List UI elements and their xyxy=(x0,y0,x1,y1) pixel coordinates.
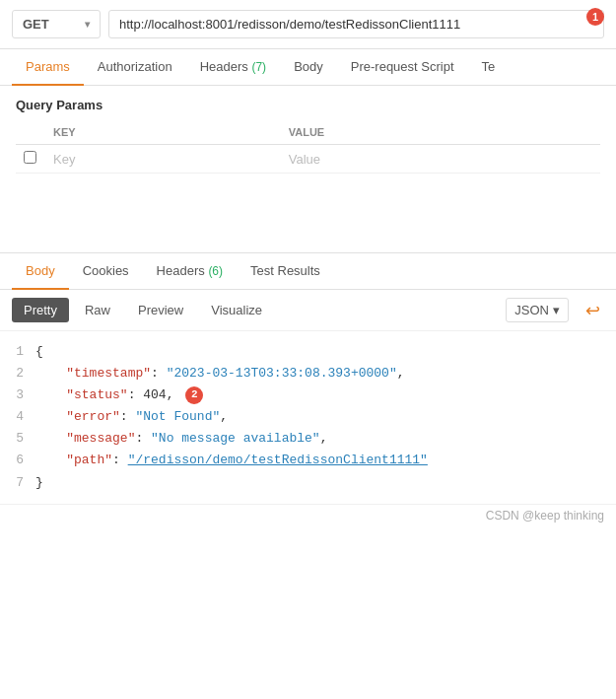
val-path: "/redisson/demo/testRedissonClient1111" xyxy=(128,453,428,467)
fmt-visualize[interactable]: Visualize xyxy=(199,298,274,322)
wrap-icon[interactable]: ↩ xyxy=(581,299,604,322)
tab-prerequest[interactable]: Pre-request Script xyxy=(337,49,468,86)
val-status: 404 xyxy=(143,387,166,402)
res-tab-cookies[interactable]: Cookies xyxy=(69,253,143,290)
tab-te[interactable]: Te xyxy=(468,49,510,86)
key-status: "status" xyxy=(66,387,127,402)
fmt-raw[interactable]: Raw xyxy=(73,298,122,322)
query-params-section: Query Params KEY VALUE Key Value xyxy=(0,86,616,174)
line-content-1: { xyxy=(35,341,616,363)
value-cell[interactable]: Value xyxy=(281,145,600,174)
line-num-7: 7 xyxy=(0,472,35,494)
line-content-2: "timestamp": "2023-03-13T03:33:08.393+00… xyxy=(35,363,616,384)
json-response-block: 1 { 2 "timestamp": "2023-03-13T03:33:08.… xyxy=(0,331,616,504)
json-line-3: 3 "status": 404, 2 xyxy=(0,384,616,406)
format-type-select[interactable]: JSON ▾ xyxy=(506,298,569,322)
key-cell[interactable]: Key xyxy=(45,145,281,174)
line-content-7: } xyxy=(35,472,616,494)
key-error: "error" xyxy=(66,409,120,424)
val-message: "No message available" xyxy=(151,431,320,446)
val-error: "Not Found" xyxy=(135,409,220,424)
badge-2: 2 xyxy=(185,386,203,404)
line-num-2: 2 xyxy=(0,363,35,384)
json-line-2: 2 "timestamp": "2023-03-13T03:33:08.393+… xyxy=(0,363,616,384)
tab-authorization[interactable]: Authorization xyxy=(84,49,186,86)
line-content-5: "message": "No message available", xyxy=(35,428,616,450)
json-line-1: 1 { xyxy=(0,341,616,363)
query-params-title: Query Params xyxy=(16,98,600,112)
key-path: "path" xyxy=(66,453,112,467)
badge-1: 1 xyxy=(586,8,604,26)
table-row: Key Value xyxy=(16,145,600,174)
method-label: GET xyxy=(23,17,49,32)
res-headers-badge: (6) xyxy=(208,264,223,278)
footer-text: CSDN @keep thinking xyxy=(486,509,604,523)
tab-body[interactable]: Body xyxy=(280,49,337,86)
format-chevron-icon: ▾ xyxy=(553,303,560,317)
params-table: KEY VALUE Key Value xyxy=(16,120,600,174)
line-num-6: 6 xyxy=(0,450,35,471)
response-tabs: Body Cookies Headers (6) Test Results xyxy=(0,253,616,290)
line-content-6: "path": "/redisson/demo/testRedissonClie… xyxy=(35,450,616,471)
fmt-pretty[interactable]: Pretty xyxy=(12,298,69,322)
json-line-6: 6 "path": "/redisson/demo/testRedissonCl… xyxy=(0,450,616,471)
res-tab-test-results[interactable]: Test Results xyxy=(237,253,334,290)
row-checkbox-cell[interactable] xyxy=(16,145,45,174)
line-num-5: 5 xyxy=(0,428,35,450)
tab-params[interactable]: Params xyxy=(12,49,84,86)
key-col-header: KEY xyxy=(45,120,281,145)
json-line-7: 7 } xyxy=(0,472,616,494)
tab-headers[interactable]: Headers (7) xyxy=(186,49,280,86)
request-tabs: Params Authorization Headers (7) Body Pr… xyxy=(0,49,616,86)
line-num-4: 4 xyxy=(0,406,35,428)
url-input[interactable] xyxy=(108,10,604,38)
line-num-3: 3 xyxy=(0,384,35,406)
key-timestamp: "timestamp" xyxy=(66,366,151,381)
footer: CSDN @keep thinking xyxy=(0,504,616,526)
line-content-4: "error": "Not Found", xyxy=(35,406,616,428)
line-num-1: 1 xyxy=(0,341,35,363)
checkbox-col-header xyxy=(16,120,45,145)
method-select[interactable]: GET ▾ xyxy=(12,10,101,38)
chevron-down-icon: ▾ xyxy=(85,19,90,30)
res-tab-headers[interactable]: Headers (6) xyxy=(143,253,237,290)
response-toolbar: Pretty Raw Preview Visualize JSON ▾ ↩ xyxy=(0,290,616,331)
fmt-preview[interactable]: Preview xyxy=(126,298,195,322)
line-content-3: "status": 404, 2 xyxy=(35,384,616,406)
headers-badge: (7) xyxy=(251,60,266,74)
json-line-4: 4 "error": "Not Found", xyxy=(0,406,616,428)
row-checkbox[interactable] xyxy=(24,151,36,164)
url-bar: GET ▾ 1 xyxy=(0,0,616,49)
key-message: "message" xyxy=(66,431,135,446)
val-timestamp: "2023-03-13T03:33:08.393+0000" xyxy=(167,366,397,381)
res-tab-body[interactable]: Body xyxy=(12,253,69,290)
json-line-5: 5 "message": "No message available", xyxy=(0,428,616,450)
value-col-header: VALUE xyxy=(281,120,600,145)
format-type-label: JSON xyxy=(514,303,549,317)
